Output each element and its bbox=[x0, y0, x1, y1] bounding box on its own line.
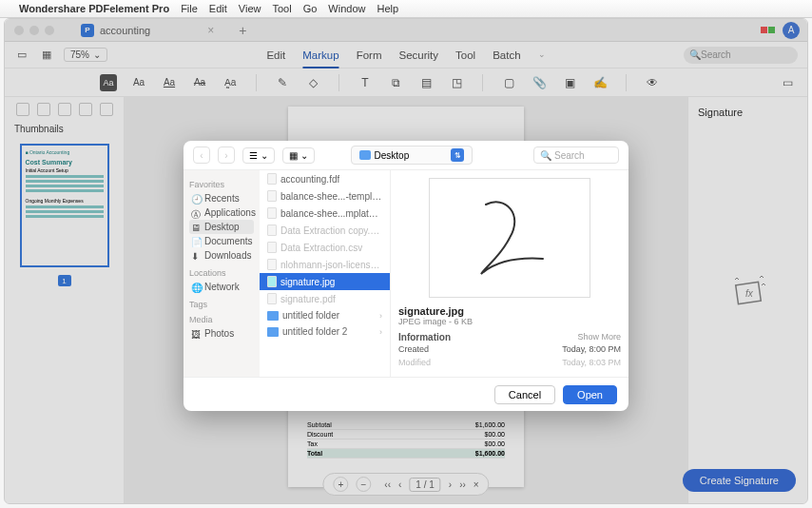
search-icon: 🔍 bbox=[540, 150, 551, 161]
file-row[interactable]: accounting.fdf bbox=[260, 170, 390, 187]
sidebar-recents[interactable]: 🕘Recents bbox=[189, 191, 254, 205]
desktop-icon: 🖥 bbox=[191, 223, 201, 232]
downloads-icon: ⬇ bbox=[191, 251, 201, 261]
dialog-sidebar: Favorites 🕘Recents ⒶApplications 🖥Deskto… bbox=[184, 170, 260, 377]
file-row[interactable]: untitled folder› bbox=[260, 307, 390, 323]
file-row[interactable]: Data Extraction copy.csv bbox=[260, 222, 390, 239]
menu-edit[interactable]: Edit bbox=[209, 3, 227, 14]
folder-icon bbox=[359, 150, 371, 160]
menu-file[interactable]: File bbox=[181, 3, 198, 14]
photos-icon: 🖼 bbox=[191, 329, 201, 339]
menu-view[interactable]: View bbox=[239, 3, 261, 14]
clock-icon: 🕘 bbox=[191, 194, 201, 204]
show-more-button[interactable]: Show More bbox=[577, 332, 621, 342]
sidebar-desktop[interactable]: 🖥Desktop bbox=[189, 220, 254, 234]
file-row-selected[interactable]: signature.jpg bbox=[260, 273, 390, 290]
app-name[interactable]: Wondershare PDFelement Pro bbox=[19, 3, 169, 14]
cancel-button[interactable]: Cancel bbox=[494, 385, 555, 404]
sidebar-photos[interactable]: 🖼Photos bbox=[189, 326, 254, 341]
view-group-select[interactable]: ▦ ⌄ bbox=[282, 147, 315, 164]
sidebar-applications[interactable]: ⒶApplications bbox=[189, 205, 254, 220]
menu-tool[interactable]: Tool bbox=[272, 3, 291, 14]
file-open-dialog: ‹ › ☰ ⌄ ▦ ⌄ Desktop ⇅ 🔍 Search Favorites… bbox=[184, 141, 628, 411]
location-popup[interactable]: Desktop ⇅ bbox=[351, 146, 474, 165]
documents-icon: 📄 bbox=[191, 237, 201, 246]
macos-menubar: Wondershare PDFelement Pro File Edit Vie… bbox=[0, 0, 812, 18]
dialog-search-input[interactable]: 🔍 Search bbox=[533, 147, 619, 164]
preview-filetype: JPEG image - 6 KB bbox=[398, 317, 621, 326]
modal-overlay: ‹ › ☰ ⌄ ▦ ⌄ Desktop ⇅ 🔍 Search Favorites… bbox=[5, 19, 807, 503]
app-window: P accounting × + A ▭ ▦ 75%⌄ Edit Markup … bbox=[4, 18, 808, 504]
sidebar-network[interactable]: 🌐Network bbox=[189, 280, 254, 294]
sidebar-downloads[interactable]: ⬇Downloads bbox=[189, 248, 254, 263]
file-preview: signature.jpg JPEG image - 6 KB Informat… bbox=[391, 170, 628, 377]
nav-forward-button[interactable]: › bbox=[218, 147, 235, 164]
file-row[interactable]: balance-shee...mplate-1-1.fdf bbox=[260, 205, 390, 222]
location-updown-icon: ⇅ bbox=[451, 148, 464, 162]
view-columns-select[interactable]: ☰ ⌄ bbox=[242, 147, 275, 164]
open-button[interactable]: Open bbox=[563, 385, 617, 404]
file-row[interactable]: balance-shee...-template.pdf bbox=[260, 187, 390, 205]
apps-icon: Ⓐ bbox=[191, 208, 201, 218]
network-icon: 🌐 bbox=[191, 283, 201, 292]
file-row[interactable]: untitled folder 2› bbox=[260, 323, 390, 340]
nav-back-button[interactable]: ‹ bbox=[193, 147, 210, 164]
file-row[interactable]: nlohmann-json-license.txt bbox=[260, 256, 390, 273]
file-row[interactable]: Data Extraction.csv bbox=[260, 239, 390, 256]
preview-filename: signature.jpg bbox=[398, 305, 621, 317]
menu-go[interactable]: Go bbox=[303, 3, 318, 14]
menu-help[interactable]: Help bbox=[377, 3, 398, 14]
menu-window[interactable]: Window bbox=[328, 3, 365, 14]
preview-image bbox=[429, 178, 590, 298]
file-list: accounting.fdf balance-shee...-template.… bbox=[260, 170, 391, 377]
sidebar-documents[interactable]: 📄Documents bbox=[189, 234, 254, 248]
file-row[interactable]: signature.pdf bbox=[260, 290, 390, 307]
